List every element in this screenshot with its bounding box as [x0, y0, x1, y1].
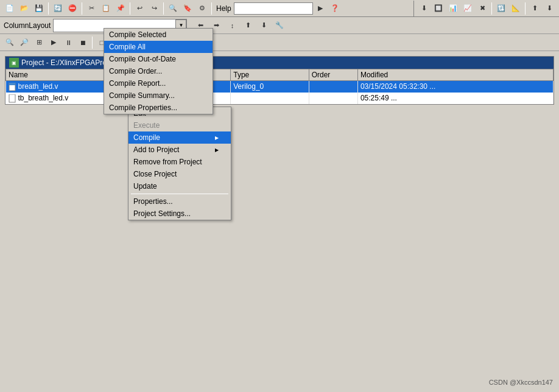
context-menu: Edit Execute Compile ▶ Add to Project ▶ …: [128, 107, 231, 220]
type-cell2: [231, 93, 309, 104]
tb-btn-r6[interactable]: 🔃: [494, 2, 508, 15]
main-toolbar: 📄 📂 💾 🔄 ⛔ ✂ 📋 📌 ↩ ↪ 🔍 🔖 ⚙ Help ▶ ❓ ⬇ 🔲 📊…: [0, 0, 559, 17]
paste-btn[interactable]: 📌: [114, 2, 127, 15]
icon-sep1: [92, 37, 93, 49]
right-toolbar: ⬇ 🔲 📊 📈 ✖ 🔃 📐 ⬆ ⬇: [414, 1, 559, 16]
menu-item-compile[interactable]: Compile ▶: [128, 131, 231, 144]
compile-report-item[interactable]: Compile Report...: [104, 77, 213, 89]
project-header: ▣ Project - E:/XlinxFPGAProject/breath_l…: [5, 57, 554, 69]
menu-item-update[interactable]: Update: [128, 180, 231, 192]
tb-btn-r8[interactable]: ⬆: [528, 2, 541, 15]
svg-rect-2: [9, 94, 15, 102]
file-icon2: [9, 94, 17, 103]
compile-all-item[interactable]: Compile All: [104, 41, 213, 53]
tb-btn-r5[interactable]: ✖: [476, 2, 489, 15]
sep4: [163, 2, 164, 15]
column-layout-row: ColumnLayout AllColumns ▼ ⬅ ➡ ↕ ⬆ ⬇ 🔧: [0, 17, 559, 34]
zoom-fit-btn[interactable]: ⊞: [32, 36, 46, 49]
icon-toolbar-row: 🔍 🔎 ⊞ ▶ ⏸ ⏹ □ ▬ ▭ ⌛ ⏰ 📏 📐 🔀: [0, 34, 559, 51]
table-row[interactable]: breath_led.v ✓ Verilog_0 03/15/2024 05:3…: [6, 81, 554, 93]
help-go-btn[interactable]: ▶: [314, 2, 327, 15]
watermark: CSDN @Xkccsdn147: [489, 379, 553, 386]
type-cell: Verilog_0: [231, 81, 309, 93]
compile-order-item[interactable]: Compile Order...: [104, 65, 213, 77]
zoom-in-btn[interactable]: 🔍: [3, 36, 16, 49]
main-area: ▣ Project - E:/XlinxFPGAProject/breath_l…: [0, 51, 559, 110]
modified-cell2: 05:25:49 ...: [357, 93, 553, 104]
table-row[interactable]: tb_breath_led.v ✓ 05:25:49 ...: [6, 93, 554, 104]
menu-item-close-project[interactable]: Close Project: [128, 168, 231, 180]
tb-btn-r9[interactable]: ⬇: [543, 2, 556, 15]
compile-properties-item[interactable]: Compile Properties...: [104, 102, 213, 114]
menu-item-project-settings[interactable]: Project Settings...: [128, 208, 231, 220]
undo-btn[interactable]: ↩: [133, 2, 146, 15]
sep-r2: [525, 2, 526, 15]
modified-cell: 03/15/2024 05:32:30 ...: [357, 81, 553, 93]
tb-btn-r7[interactable]: 📐: [509, 2, 522, 15]
redo-btn[interactable]: ↪: [147, 2, 161, 15]
order-cell2: [309, 93, 357, 104]
layout-btn6[interactable]: 🔧: [273, 19, 286, 32]
icon-btn6[interactable]: ⏹: [76, 36, 90, 49]
column-layout-label: ColumnLayout: [4, 21, 51, 30]
icon-btn5[interactable]: ⏸: [62, 36, 75, 49]
add-project-submenu-arrow: ▶: [215, 147, 219, 153]
open-btn[interactable]: 📂: [18, 2, 31, 15]
left-toolbar: 📄 📂 💾 🔄 ⛔ ✂ 📋 📌 ↩ ↪ 🔍 🔖 ⚙ Help ▶ ❓: [0, 1, 414, 16]
compile-submenu: Compile Selected Compile All Compile Out…: [104, 28, 213, 114]
save-btn[interactable]: 💾: [32, 2, 46, 15]
col-type[interactable]: Type: [231, 69, 309, 81]
tb-btn-r3[interactable]: 📊: [446, 2, 460, 15]
menu-item-execute: Execute: [128, 119, 231, 131]
menu-item-add-to-project[interactable]: Add to Project ▶: [128, 144, 231, 156]
find-btn[interactable]: 🔍: [166, 2, 180, 15]
tb-btn-r2[interactable]: 🔲: [432, 2, 445, 15]
sep-r1: [491, 2, 492, 15]
svg-rect-1: [9, 83, 15, 85]
compile-out-of-date-item[interactable]: Compile Out-of-Date: [104, 53, 213, 65]
help-icon-btn[interactable]: ❓: [328, 2, 342, 15]
project-icon: ▣: [9, 58, 19, 68]
col-modified[interactable]: Modified: [357, 69, 553, 81]
compile-submenu-arrow: ▶: [215, 135, 219, 141]
new-btn[interactable]: 📄: [3, 2, 16, 15]
copy-btn[interactable]: 📋: [99, 2, 113, 15]
order-cell: [309, 81, 357, 93]
menu-item-properties[interactable]: Properties...: [128, 195, 231, 208]
settings-btn[interactable]: ⚙: [195, 2, 209, 15]
sep5: [211, 2, 212, 15]
menu-separator: [131, 194, 228, 194]
layout-btn4[interactable]: ⬆: [241, 19, 255, 32]
bookmark-btn[interactable]: 🔖: [181, 2, 194, 15]
sep3: [130, 2, 130, 15]
sep2: [82, 2, 82, 15]
refresh-btn[interactable]: 🔄: [51, 2, 65, 15]
tb-btn-r1[interactable]: ⬇: [417, 2, 431, 15]
menu-item-remove-from-project[interactable]: Remove from Project: [128, 156, 231, 168]
help-input[interactable]: [234, 2, 313, 15]
compile-selected-item[interactable]: Compile Selected: [104, 29, 213, 41]
layout-btn5[interactable]: ⬇: [257, 19, 270, 32]
help-label: Help: [216, 4, 231, 13]
file-icon: [9, 83, 17, 91]
icon-btn4[interactable]: ▶: [47, 36, 60, 49]
sep1: [48, 2, 49, 15]
cut-btn[interactable]: ✂: [85, 2, 98, 15]
file-table: Name Status Type Order Modified breath_l…: [5, 69, 554, 104]
layout-btn3[interactable]: ↕: [225, 19, 239, 32]
stop-btn[interactable]: ⛔: [66, 2, 79, 15]
zoom-out-btn[interactable]: 🔎: [18, 36, 31, 49]
compile-summary-item[interactable]: Compile Summary...: [104, 89, 213, 102]
col-order[interactable]: Order: [309, 69, 357, 81]
tb-btn-r4[interactable]: 📈: [461, 2, 474, 15]
project-panel: ▣ Project - E:/XlinxFPGAProject/breath_l…: [5, 56, 554, 105]
help-box: Help ▶: [216, 2, 328, 15]
